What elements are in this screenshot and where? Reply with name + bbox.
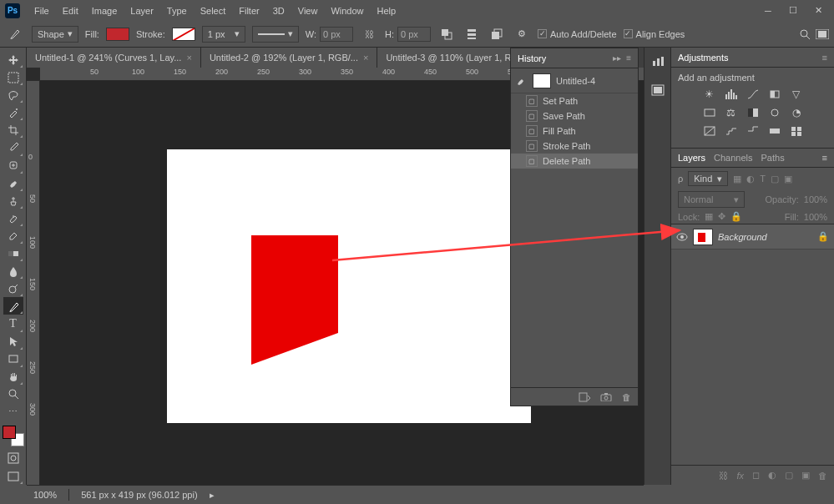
menu-select[interactable]: Select xyxy=(195,3,232,18)
history-panel[interactable]: History ▸▸≡ Untitled-4 ▢Set Path ▢Save P… xyxy=(510,48,639,406)
edit-toolbar[interactable]: ⋯ xyxy=(3,403,23,421)
canvas[interactable] xyxy=(167,149,531,423)
delete-state-icon[interactable]: 🗑 xyxy=(622,392,631,402)
search-icon[interactable] xyxy=(799,28,811,40)
document-tab-2[interactable]: Untitled-2 @ 192% (Layer 1, RGB/...× xyxy=(201,48,378,68)
exposure-adjustment-icon[interactable] xyxy=(767,88,782,101)
brush-source-icon[interactable] xyxy=(516,76,528,86)
new-snapshot-icon[interactable] xyxy=(600,392,612,401)
stroke-style-dropdown[interactable]: ▾ xyxy=(252,26,299,43)
history-item[interactable]: ▢Stroke Path xyxy=(511,139,638,154)
menu-view[interactable]: View xyxy=(292,3,324,18)
magic-wand-tool[interactable] xyxy=(3,103,23,121)
channels-tab[interactable]: Channels xyxy=(714,153,752,163)
crop-tool[interactable] xyxy=(3,121,23,139)
type-tool[interactable]: T xyxy=(3,315,23,332)
curves-adjustment-icon[interactable] xyxy=(746,88,761,101)
brush-tool[interactable] xyxy=(3,174,23,192)
vertical-ruler[interactable]: 0 50 100 150 200 250 300 xyxy=(27,81,40,485)
selective-color-adjustment-icon[interactable] xyxy=(789,124,804,138)
lock-position-icon[interactable]: ✥ xyxy=(718,211,725,222)
layer-mask-icon[interactable]: ◻ xyxy=(752,470,760,481)
filter-adjustment-icon[interactable]: ◐ xyxy=(746,174,755,184)
pen-tool[interactable] xyxy=(3,297,23,315)
panel-menu-icon[interactable]: ≡ xyxy=(626,53,631,63)
menu-image[interactable]: Image xyxy=(86,3,124,18)
eraser-tool[interactable] xyxy=(3,227,23,244)
history-item[interactable]: ▢Save Path xyxy=(511,108,638,123)
adjustments-tab[interactable]: Adjustments xyxy=(678,53,729,63)
posterize-adjustment-icon[interactable] xyxy=(724,124,739,138)
layer-thumbnail[interactable] xyxy=(693,229,713,245)
hand-tool[interactable] xyxy=(3,368,23,386)
menu-edit[interactable]: Edit xyxy=(57,3,84,18)
blur-tool[interactable] xyxy=(3,262,23,280)
new-adjustment-layer-icon[interactable]: ◐ xyxy=(768,470,776,481)
collapsed-panel-icon[interactable] xyxy=(649,81,667,99)
hue-adjustment-icon[interactable] xyxy=(702,106,717,119)
history-item[interactable]: ▢Set Path xyxy=(511,93,638,108)
dodge-tool[interactable] xyxy=(3,280,23,297)
history-brush-tool[interactable] xyxy=(3,209,23,227)
delete-layer-icon[interactable]: 🗑 xyxy=(818,471,827,481)
zoom-tool[interactable] xyxy=(3,386,23,403)
menu-filter[interactable]: Filter xyxy=(233,3,265,18)
zoom-level[interactable]: 100% xyxy=(33,490,57,500)
auto-add-delete-checkbox[interactable]: ✓Auto Add/Delete xyxy=(538,29,617,39)
layer-name[interactable]: Background xyxy=(718,232,767,242)
document-info[interactable]: 561 px x 419 px (96.012 ppi) xyxy=(81,490,197,500)
screen-mode-tool[interactable] xyxy=(3,467,23,485)
filter-image-icon[interactable]: ▦ xyxy=(733,174,741,184)
menu-window[interactable]: Window xyxy=(325,3,369,18)
vibrance-adjustment-icon[interactable]: ▽ xyxy=(789,88,804,101)
path-operations-button[interactable] xyxy=(437,25,456,43)
fill-value[interactable]: 100% xyxy=(804,212,827,222)
filter-smart-icon[interactable]: ▣ xyxy=(784,174,792,184)
maximize-button[interactable]: ☐ xyxy=(782,3,804,18)
document-tab-1[interactable]: Untitled-1 @ 241% (Curves 1, Lay...× xyxy=(27,48,201,68)
layer-row-background[interactable]: Background 🔒 xyxy=(671,224,834,249)
new-group-icon[interactable]: ▢ xyxy=(785,470,793,481)
photo-filter-adjustment-icon[interactable] xyxy=(767,106,782,119)
bw-adjustment-icon[interactable] xyxy=(746,106,761,119)
collapse-icon[interactable]: ▸▸ xyxy=(613,53,621,63)
fill-swatch[interactable] xyxy=(106,28,129,41)
levels-adjustment-icon[interactable] xyxy=(724,88,739,101)
visibility-icon[interactable] xyxy=(676,231,688,243)
stroke-width-dropdown[interactable]: 1 px▾ xyxy=(202,26,245,43)
chevron-right-icon[interactable]: ▸ xyxy=(210,490,215,501)
foreground-color[interactable] xyxy=(3,426,16,439)
path-arrangement-button[interactable] xyxy=(488,25,506,43)
history-item-active[interactable]: ▢Delete Path xyxy=(511,154,638,169)
layer-filter-dropdown[interactable]: Kind▾ xyxy=(688,171,728,186)
move-tool[interactable] xyxy=(3,51,23,68)
filter-type-icon[interactable]: T xyxy=(760,174,766,184)
close-tab-icon[interactable]: × xyxy=(186,53,191,63)
color-balance-adjustment-icon[interactable]: ⚖ xyxy=(724,106,739,119)
screen-mode-icon[interactable] xyxy=(816,29,829,39)
threshold-adjustment-icon[interactable] xyxy=(746,124,761,138)
panel-menu-icon[interactable]: ≡ xyxy=(822,53,827,63)
invert-adjustment-icon[interactable] xyxy=(702,124,717,138)
lock-all-icon[interactable]: 🔒 xyxy=(730,211,742,222)
menu-file[interactable]: File xyxy=(28,3,55,18)
gradient-map-adjustment-icon[interactable] xyxy=(767,124,782,138)
menu-layer[interactable]: Layer xyxy=(124,3,159,18)
align-edges-checkbox[interactable]: ✓Align Edges xyxy=(624,29,685,39)
lock-pixels-icon[interactable]: ▦ xyxy=(705,211,713,222)
color-wells[interactable] xyxy=(3,426,24,446)
path-alignment-button[interactable] xyxy=(462,25,481,43)
menu-type[interactable]: Type xyxy=(161,3,193,18)
quick-mask-tool[interactable] xyxy=(3,450,23,467)
height-input[interactable] xyxy=(397,27,431,42)
new-layer-icon[interactable]: ▣ xyxy=(801,470,810,481)
close-button[interactable]: ✕ xyxy=(807,3,829,18)
create-document-icon[interactable] xyxy=(579,392,590,402)
marquee-tool[interactable] xyxy=(3,68,23,86)
history-snapshot[interactable]: Untitled-4 xyxy=(511,68,638,93)
close-tab-icon[interactable]: × xyxy=(363,53,368,63)
gradient-tool[interactable] xyxy=(3,244,23,262)
width-input[interactable] xyxy=(320,27,353,42)
menu-help[interactable]: Help xyxy=(372,3,402,18)
gear-icon[interactable]: ⚙ xyxy=(513,25,531,43)
